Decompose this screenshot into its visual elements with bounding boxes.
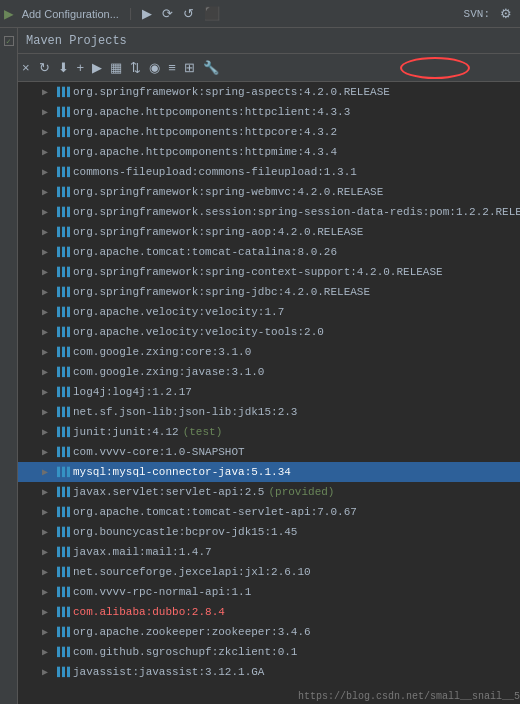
dependency-label: org.apache.httpcomponents:httpclient:4.3…: [73, 106, 350, 118]
dependency-label: com.vvvv-rpc-normal-api:1.1: [73, 586, 251, 598]
dependency-label: com.alibaba:dubbo:2.8.4: [73, 606, 225, 618]
add-config-label: Add Configuration...: [22, 8, 119, 20]
tree-item[interactable]: ▶▐▐▐log4j:log4j:1.2.17: [18, 382, 520, 402]
dependency-label: org.springframework:spring-aop:4.2.0.REL…: [73, 226, 363, 238]
dependency-icon: ▐▐▐: [54, 487, 69, 498]
tree-item[interactable]: ▶▐▐▐org.apache.httpcomponents:httpclient…: [18, 102, 520, 122]
tree-item[interactable]: ▶▐▐▐org.springframework:spring-aop:4.2.0…: [18, 222, 520, 242]
sort-button[interactable]: ⇅: [127, 58, 144, 77]
tree-arrow-icon: ▶: [42, 226, 52, 238]
dependency-label: com.github.sgroschupf:zkclient:0.1: [73, 646, 297, 658]
dependency-label: junit:junit:4.12: [73, 426, 179, 438]
tree-item[interactable]: ▶▐▐▐org.apache.zookeeper:zookeeper:3.4.6: [18, 622, 520, 642]
tree-item[interactable]: ▶▐▐▐net.sf.json-lib:json-lib:jdk15:2.3: [18, 402, 520, 422]
tree-item[interactable]: ▶▐▐▐com.google.zxing:core:3.1.0: [18, 342, 520, 362]
refresh-button[interactable]: ↻: [36, 58, 53, 77]
tree-item[interactable]: ▶▐▐▐org.springframework:spring-aspects:4…: [18, 82, 520, 102]
dependency-label: javax.servlet:servlet-api:2.5: [73, 486, 264, 498]
download-button[interactable]: ⬇: [55, 58, 72, 77]
dependency-label: org.apache.tomcat:tomcat-servlet-api:7.0…: [73, 506, 357, 518]
tree-item[interactable]: ▶▐▐▐org.springframework.session:spring-s…: [18, 202, 520, 222]
run-button[interactable]: ▶: [138, 4, 156, 23]
add-configuration-button[interactable]: Add Configuration...: [18, 6, 123, 22]
tree-arrow-icon: ▶: [42, 546, 52, 558]
tree-item[interactable]: ▶▐▐▐junit:junit:4.12(test): [18, 422, 520, 442]
tree-item[interactable]: ▶▐▐▐org.apache.httpcomponents:httpmime:4…: [18, 142, 520, 162]
tree-item[interactable]: ▶▐▐▐org.springframework:spring-jdbc:4.2.…: [18, 282, 520, 302]
dependency-label: org.springframework:spring-context-suppo…: [73, 266, 443, 278]
left-bar-indicator: ✓: [4, 36, 14, 46]
dependency-icon: ▐▐▐: [54, 327, 69, 338]
run-maven-button[interactable]: ▶: [89, 58, 105, 77]
dependency-icon: ▐▐▐: [54, 447, 69, 458]
phases-button[interactable]: ▦: [107, 58, 125, 77]
settings-button[interactable]: 🔧: [200, 58, 222, 77]
tree-item[interactable]: ▶▐▐▐org.springframework:spring-webmvc:4.…: [18, 182, 520, 202]
tree-item[interactable]: ▶▐▐▐org.bouncycastle:bcprov-jdk15:1.45: [18, 522, 520, 542]
tree-arrow-icon: ▶: [42, 206, 52, 218]
tree-item[interactable]: ▶▐▐▐org.apache.velocity:velocity:1.7: [18, 302, 520, 322]
add-button[interactable]: +: [74, 58, 88, 77]
tree-arrow-icon: ▶: [42, 666, 52, 678]
dependency-label: org.springframework:spring-jdbc:4.2.0.RE…: [73, 286, 370, 298]
tree-arrow-icon: ▶: [42, 266, 52, 278]
dependency-label: log4j:log4j:1.2.17: [73, 386, 192, 398]
tree-item[interactable]: ▶▐▐▐org.apache.tomcat:tomcat-servlet-api…: [18, 502, 520, 522]
dependency-icon: ▐▐▐: [54, 347, 69, 358]
dependency-label: net.sf.json-lib:json-lib:jdk15:2.3: [73, 406, 297, 418]
tree-arrow-icon: ▶: [42, 506, 52, 518]
tree-arrow-icon: ▶: [42, 426, 52, 438]
svn-label: SVN:: [460, 8, 494, 20]
tree-item[interactable]: ▶▐▐▐javax.servlet:servlet-api:2.5(provid…: [18, 482, 520, 502]
red-oval-highlight: [400, 57, 470, 79]
dependency-icon: ▐▐▐: [54, 87, 69, 98]
dependency-label: net.sourceforge.jexcelapi:jxl:2.6.10: [73, 566, 311, 578]
tree-item[interactable]: ▶▐▐▐com.google.zxing:javase:3.1.0: [18, 362, 520, 382]
tree-item[interactable]: ▶▐▐▐org.apache.tomcat:tomcat-catalina:8.…: [18, 242, 520, 262]
dependency-icon: ▐▐▐: [54, 547, 69, 558]
dependency-label: com.google.zxing:core:3.1.0: [73, 346, 251, 358]
group-button[interactable]: ◉: [146, 58, 163, 77]
debug-button[interactable]: ⟳: [158, 4, 177, 23]
dependency-icon: ▐▐▐: [54, 147, 69, 158]
tree-item[interactable]: ▶▐▐▐com.vvvv-core:1.0-SNAPSHOT: [18, 442, 520, 462]
dependency-label: org.apache.zookeeper:zookeeper:3.4.6: [73, 626, 311, 638]
expand-button[interactable]: ⊞: [181, 58, 198, 77]
dependency-icon: ▐▐▐: [54, 127, 69, 138]
tree-arrow-icon: ▶: [42, 626, 52, 638]
dependency-icon: ▐▐▐: [54, 227, 69, 238]
maven-toolbar: × ↻ ⬇ + ▶ ▦ ⇅ ◉ ≡ ⊞ 🔧: [18, 54, 520, 82]
tree-item[interactable]: ▶▐▐▐javassist:javassist:3.12.1.GA: [18, 662, 520, 682]
svn-settings-button[interactable]: ⚙: [496, 4, 516, 23]
tree-item[interactable]: ▶▐▐▐org.springframework:spring-context-s…: [18, 262, 520, 282]
tree-item[interactable]: ▶▐▐▐com.alibaba:dubbo:2.8.4: [18, 602, 520, 622]
tree-content[interactable]: ▶▐▐▐org.springframework:spring-aspects:4…: [18, 82, 520, 704]
tree-item[interactable]: ▶▐▐▐com.vvvv-rpc-normal-api:1.1: [18, 582, 520, 602]
tree-item[interactable]: ▶▐▐▐commons-fileupload:commons-fileuploa…: [18, 162, 520, 182]
tree-arrow-icon: ▶: [42, 526, 52, 538]
tree-arrow-icon: ▶: [42, 486, 52, 498]
tree-arrow-icon: ▶: [42, 166, 52, 178]
dependency-icon: ▐▐▐: [54, 647, 69, 658]
tree-item[interactable]: ▶▐▐▐javax.mail:mail:1.4.7: [18, 542, 520, 562]
tree-arrow-icon: ▶: [42, 186, 52, 198]
collapse-button[interactable]: ≡: [165, 58, 179, 77]
dependency-icon: ▐▐▐: [54, 367, 69, 378]
main-wrapper: ✓ Maven Projects × ↻ ⬇ + ▶ ▦ ⇅ ◉ ≡ ⊞ 🔧 ▶…: [0, 28, 520, 704]
tree-item[interactable]: ▶▐▐▐mysql:mysql-connector-java:5.1.34: [18, 462, 520, 482]
tree-item[interactable]: ▶▐▐▐net.sourceforge.jexcelapi:jxl:2.6.10: [18, 562, 520, 582]
dependency-icon: ▐▐▐: [54, 247, 69, 258]
close-panel-button[interactable]: ×: [22, 60, 30, 75]
dependency-label: com.vvvv-core:1.0-SNAPSHOT: [73, 446, 245, 458]
dependency-label: org.apache.httpcomponents:httpcore:4.3.2: [73, 126, 337, 138]
dependency-label: org.bouncycastle:bcprov-jdk15:1.45: [73, 526, 297, 538]
tree-item[interactable]: ▶▐▐▐org.apache.velocity:velocity-tools:2…: [18, 322, 520, 342]
dependency-label: org.springframework:spring-webmvc:4.2.0.…: [73, 186, 383, 198]
tree-item[interactable]: ▶▐▐▐com.github.sgroschupf:zkclient:0.1: [18, 642, 520, 662]
green-arrow-icon: ▶: [4, 4, 14, 24]
stop-button[interactable]: ⬛: [200, 4, 224, 23]
scope-suffix: (test): [183, 426, 223, 438]
coverage-button[interactable]: ↺: [179, 4, 198, 23]
tree-item[interactable]: ▶▐▐▐org.apache.httpcomponents:httpcore:4…: [18, 122, 520, 142]
dependency-label: javassist:javassist:3.12.1.GA: [73, 666, 264, 678]
